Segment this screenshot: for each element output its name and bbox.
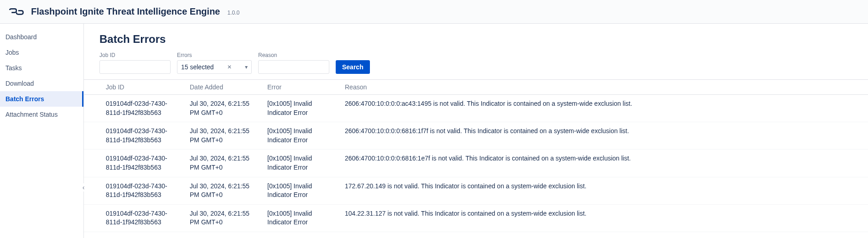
cell-error: [0x1005] Invalid Indicator Error — [262, 204, 339, 232]
cell-job-id: 019104df-023d-7430-811d-1f942f83b563 — [84, 95, 184, 122]
sidebar-item-attachment-status[interactable]: Attachment Status — [0, 107, 83, 122]
errors-select[interactable]: 15 selected ✕ ▾ — [177, 60, 252, 74]
cell-date-added: Jul 30, 2024, 6:21:55 PM GMT+0 — [184, 177, 262, 204]
col-header-job-id[interactable]: Job ID — [84, 80, 184, 95]
cell-job-id: 019104df-023d-7430-811d-1f942f83b563 — [84, 177, 184, 204]
job-id-input[interactable] — [99, 60, 171, 74]
col-header-reason[interactable]: Reason — [339, 80, 868, 95]
filter-job-id-label: Job ID — [99, 52, 171, 58]
sidebar-item-download[interactable]: Download — [0, 76, 83, 91]
table-row: 019104df-023d-7430-811d-1f942f83b563Jul … — [84, 177, 868, 204]
filter-job-id: Job ID — [99, 52, 171, 74]
table-row: 019104df-023d-7430-811d-1f942f83b563Jul … — [84, 95, 868, 122]
cell-error: [0x1005] Invalid Indicator Error — [262, 95, 339, 122]
sidebar-collapse-icon[interactable]: ‹ — [79, 183, 88, 191]
page-title: Batch Errors — [84, 33, 868, 52]
cell-error: [0x1005] Invalid Indicator Error — [262, 177, 339, 204]
filter-bar: Job ID Errors 15 selected ✕ ▾ Reason Sea… — [84, 52, 868, 79]
topbar: Flashpoint Ignite Threat Intelligence En… — [0, 0, 868, 24]
chevron-down-icon: ▾ — [245, 64, 248, 70]
errors-table: Job ID Date Added Error Reason 019104df-… — [84, 80, 868, 232]
app-logo-icon — [9, 7, 24, 16]
search-button[interactable]: Search — [336, 60, 370, 74]
cell-reason: 2606:4700:10:0:0:0:ac43:1495 is not vali… — [339, 95, 868, 122]
cell-error: [0x1005] Invalid Indicator Error — [262, 122, 339, 150]
errors-table-wrap: Job ID Date Added Error Reason 019104df-… — [84, 79, 868, 232]
sidebar-item-tasks[interactable]: Tasks — [0, 60, 83, 76]
cell-date-added: Jul 30, 2024, 6:21:55 PM GMT+0 — [184, 150, 262, 177]
table-row: 019104df-023d-7430-811d-1f942f83b563Jul … — [84, 150, 868, 177]
col-header-error[interactable]: Error — [262, 80, 339, 95]
main-content: Batch Errors Job ID Errors 15 selected ✕… — [84, 24, 868, 238]
cell-error: [0x1005] Invalid Indicator Error — [262, 150, 339, 177]
sidebar: DashboardJobsTasksDownloadBatch ErrorsAt… — [0, 24, 84, 238]
reason-input[interactable] — [258, 60, 329, 74]
app-title: Flashpoint Ignite Threat Intelligence En… — [31, 6, 220, 17]
cell-reason: 2606:4700:10:0:0:0:6816:1e7f is not vali… — [339, 150, 868, 177]
sidebar-item-batch-errors[interactable]: Batch Errors — [0, 91, 83, 107]
cell-reason: 172.67.20.149 is not valid. This Indicat… — [339, 177, 868, 204]
filter-reason: Reason — [258, 52, 329, 74]
table-row: 019104df-023d-7430-811d-1f942f83b563Jul … — [84, 122, 868, 150]
filter-errors: Errors 15 selected ✕ ▾ — [177, 52, 252, 74]
close-icon[interactable]: ✕ — [225, 64, 234, 70]
sidebar-item-jobs[interactable]: Jobs — [0, 45, 83, 60]
sidebar-item-dashboard[interactable]: Dashboard — [0, 29, 83, 45]
cell-job-id: 019104df-023d-7430-811d-1f942f83b563 — [84, 204, 184, 232]
cell-date-added: Jul 30, 2024, 6:21:55 PM GMT+0 — [184, 95, 262, 122]
cell-reason: 104.22.31.127 is not valid. This Indicat… — [339, 204, 868, 232]
cell-date-added: Jul 30, 2024, 6:21:55 PM GMT+0 — [184, 122, 262, 150]
col-header-date-added[interactable]: Date Added — [184, 80, 262, 95]
cell-job-id: 019104df-023d-7430-811d-1f942f83b563 — [84, 122, 184, 150]
cell-job-id: 019104df-023d-7430-811d-1f942f83b563 — [84, 150, 184, 177]
app-version: 1.0.0 — [227, 10, 239, 16]
cell-date-added: Jul 30, 2024, 6:21:55 PM GMT+0 — [184, 204, 262, 232]
filter-errors-label: Errors — [177, 52, 252, 58]
filter-reason-label: Reason — [258, 52, 329, 58]
errors-select-value: 15 selected — [181, 63, 214, 71]
table-row: 019104df-023d-7430-811d-1f942f83b563Jul … — [84, 204, 868, 232]
cell-reason: 2606:4700:10:0:0:0:6816:1f7f is not vali… — [339, 122, 868, 150]
